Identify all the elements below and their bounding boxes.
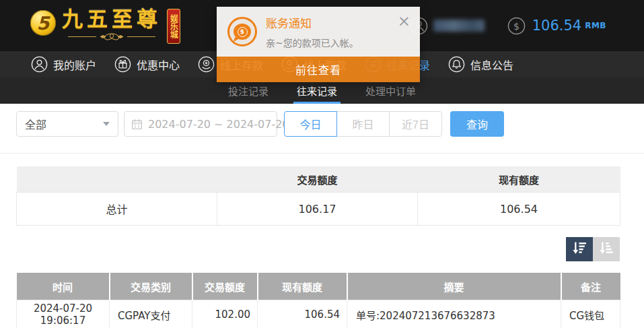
tab-label: 往来记录 bbox=[297, 84, 337, 98]
sort-ascending-icon bbox=[599, 240, 614, 258]
quick-range-today[interactable]: 今日 bbox=[284, 111, 337, 137]
dollar-icon: $ bbox=[507, 17, 526, 35]
tab-label: 投注记录 bbox=[228, 84, 269, 98]
sort-descending-icon bbox=[572, 240, 587, 258]
sort-toolbar bbox=[566, 237, 620, 261]
col-type: 交易类别 bbox=[110, 273, 192, 300]
records-header-row: 时间 交易类别 交易额度 现有额度 摘要 备注 bbox=[17, 273, 620, 300]
username-blurred[interactable] bbox=[433, 20, 485, 32]
type-select[interactable]: 全部 bbox=[16, 111, 118, 137]
filter-row: 全部 2024-07-20 ~ 2024-07-20 今日 昨日 近7日 查询 bbox=[16, 111, 504, 137]
balance-amount: 106.54 bbox=[532, 18, 581, 34]
type-select-value: 全部 bbox=[25, 116, 46, 132]
money-message-icon: $ bbox=[227, 17, 257, 46]
popup-body: $ 账务通知 亲~您的款项已入帐。 × bbox=[217, 7, 420, 57]
sort-descending-button[interactable] bbox=[566, 237, 593, 261]
nav-item-my-account[interactable]: 我的账户 bbox=[31, 56, 96, 73]
search-button[interactable]: 查询 bbox=[450, 111, 504, 137]
date-range-value: 2024-07-20 ~ 2024-07-20 bbox=[148, 118, 289, 131]
transaction-records-page: 5 九五至尊 娱乐城 bbox=[0, 0, 644, 328]
deposit-icon bbox=[198, 56, 215, 73]
summary-col-blank bbox=[17, 166, 217, 193]
cell-current-amount: 106.54 bbox=[258, 300, 347, 328]
date-range-input[interactable]: 2024-07-20 ~ 2024-07-20 bbox=[124, 111, 277, 137]
summary-trade-amount: 106.17 bbox=[217, 193, 418, 226]
bell-icon bbox=[448, 56, 465, 73]
col-time: 时间 bbox=[17, 273, 110, 300]
brand-mark-icon: 5 bbox=[30, 10, 56, 36]
flourish-icon bbox=[67, 32, 157, 41]
svg-text:$: $ bbox=[513, 20, 520, 31]
close-icon[interactable]: × bbox=[398, 13, 410, 29]
quick-range-yesterday[interactable]: 昨日 bbox=[336, 111, 390, 137]
summary-table: 交易额度 现有额度 总计 106.17 106.54 bbox=[16, 166, 620, 226]
cell-time: 2024-07-20 19:06:17 bbox=[17, 300, 110, 328]
col-note: 备注 bbox=[561, 273, 620, 300]
records-table: 时间 交易类别 交易额度 现有额度 摘要 备注 2024-07-20 19:06… bbox=[16, 273, 620, 328]
nav-label: 我的账户 bbox=[53, 57, 96, 73]
user-icon bbox=[31, 56, 48, 73]
quick-range-last7days[interactable]: 近7日 bbox=[389, 111, 442, 137]
col-current-amount: 现有额度 bbox=[258, 273, 347, 300]
nav-label: 信息公告 bbox=[470, 57, 513, 73]
sort-ascending-button[interactable] bbox=[593, 237, 620, 261]
chevron-down-icon bbox=[103, 122, 110, 126]
brand-logo[interactable]: 5 九五至尊 娱乐城 bbox=[30, 6, 180, 44]
cell-trade-amount: 102.00 bbox=[192, 300, 258, 328]
popup-title: 账务通知 bbox=[266, 14, 359, 31]
popup-message: 亲~您的款项已入帐。 bbox=[266, 36, 359, 49]
cell-type: CGPAY支付 bbox=[110, 300, 192, 328]
brand-badge: 娱乐城 bbox=[167, 9, 180, 44]
account-notice-popup: $ 账务通知 亲~您的款项已入帐。 × 前往查看 bbox=[217, 7, 420, 82]
nav-item-announcements[interactable]: 信息公告 bbox=[448, 56, 513, 73]
quick-range-group: 今日 昨日 近7日 bbox=[284, 111, 442, 137]
section-divider bbox=[0, 153, 644, 154]
summary-total-label: 总计 bbox=[17, 193, 217, 226]
table-row: 2024-07-20 19:06:17 CGPAY支付 102.00 106.5… bbox=[17, 300, 620, 328]
gift-icon bbox=[114, 56, 131, 73]
col-summary: 摘要 bbox=[347, 273, 561, 300]
summary-current-amount: 106.54 bbox=[418, 193, 620, 226]
brand-name: 九五至尊 bbox=[62, 6, 162, 32]
nav-label: 优惠中心 bbox=[137, 57, 180, 73]
col-trade-amount: 交易额度 bbox=[192, 273, 258, 300]
summary-header-row: 交易额度 现有额度 bbox=[17, 166, 620, 193]
user-info: $ 106.54 RMB bbox=[410, 0, 606, 51]
cell-summary: 单号:202407213676632873 bbox=[347, 300, 561, 328]
balance-currency: RMB bbox=[585, 21, 606, 30]
tab-label: 处理中订单 bbox=[365, 84, 416, 98]
popup-go-view-button[interactable]: 前往查看 bbox=[217, 57, 420, 82]
summary-total-row: 总计 106.17 106.54 bbox=[17, 193, 620, 226]
summary-col-current-amount: 现有额度 bbox=[418, 166, 620, 193]
calendar-icon bbox=[131, 119, 143, 130]
nav-item-promotions[interactable]: 优惠中心 bbox=[114, 56, 180, 73]
cell-note: CG钱包 bbox=[561, 300, 620, 328]
summary-col-trade-amount: 交易额度 bbox=[217, 166, 418, 193]
